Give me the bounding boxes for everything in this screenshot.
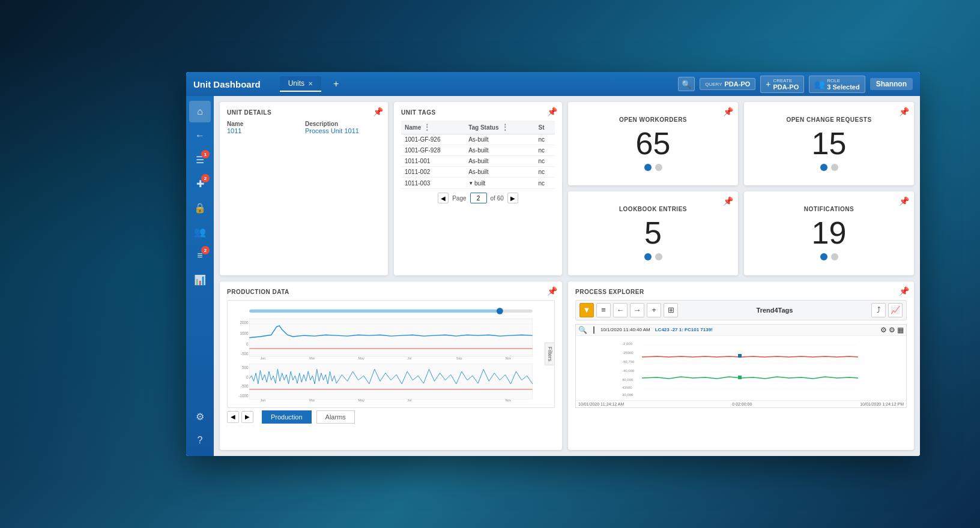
title-bar-actions: 🔍 QUERY PDA-PO + CREATE PDA-PO 👥 ROLE 3 …	[678, 76, 913, 93]
tag-name: 1011-002	[401, 167, 465, 178]
chart-next-button[interactable]: ▶	[241, 411, 253, 423]
role-button[interactable]: 👥 ROLE 3 Selected	[809, 76, 865, 93]
table-row[interactable]: 1011-002 As-built nc	[401, 167, 555, 178]
tags-table: Name ⋮ Tag Status ⋮	[401, 121, 555, 189]
pe-toolbar: ▼ ≡ ← → + ⊞ Trend4Tags ⤴ 📈	[575, 300, 907, 320]
lookbook-entries-count: 5	[644, 217, 662, 248]
sidebar-item-users[interactable]: 👥	[189, 221, 211, 242]
pe-settings-icon[interactable]: ⚙	[880, 326, 887, 334]
pe-tag-button[interactable]: ▼	[579, 303, 594, 317]
page-prev-button[interactable]: ◀	[438, 193, 449, 203]
tab-new-button[interactable]: +	[328, 77, 343, 91]
lock-icon: 🔒	[194, 202, 206, 214]
chart-prev-button[interactable]: ◀	[227, 411, 239, 423]
pe-menu-button[interactable]: ≡	[596, 303, 611, 317]
table-row[interactable]: 1011-001 As-built nc	[401, 156, 555, 167]
page-next-button[interactable]: ▶	[507, 193, 518, 203]
tab-units[interactable]: Units ✕	[280, 76, 321, 92]
lookbook-entries-card: 📌 LOOKBOOK ENTRIES 5	[568, 191, 738, 275]
pe-chart-type-button[interactable]: 📈	[888, 303, 903, 317]
tag-st: nc	[535, 178, 555, 189]
svg-text:May: May	[358, 356, 365, 360]
tag-status: ▼ built	[465, 178, 534, 189]
ocr-pin[interactable]: 📌	[899, 107, 909, 116]
tag-st: nc	[535, 145, 555, 156]
process-explorer-card: 📌 PROCESS EXPLORER ▼ ≡ ← → + ⊞ Trend4Tag…	[568, 281, 914, 451]
sidebar-item-person[interactable]: ✚ 2	[189, 173, 211, 194]
table-row[interactable]: 1011-003 ▼ built nc	[401, 178, 555, 189]
tag-status: As-built	[465, 156, 534, 167]
pe-x-start: 10/01/2020 11:24:12 AM	[578, 402, 624, 406]
pe-share-button[interactable]: ⤴	[871, 303, 886, 317]
page-label: Page	[452, 195, 466, 202]
pe-columns-icon[interactable]: ▦	[897, 326, 904, 334]
pe-gear-icon[interactable]: ⚙	[889, 326, 895, 334]
pe-grid-button[interactable]: ⊞	[664, 303, 678, 317]
pe-zoom-icon[interactable]: 🔍	[578, 326, 587, 334]
svg-text:Mar: Mar	[309, 356, 315, 360]
create-pda-po-button[interactable]: + CREATE PDA-PO	[760, 76, 804, 93]
table-row[interactable]: 1001-GF-926 As-built nc	[401, 134, 555, 145]
app-title: Unit Dashboard	[193, 79, 261, 89]
desc-value: Process Unit 1011	[305, 127, 381, 134]
le-dot-inactive	[655, 253, 662, 260]
user-button[interactable]: Shannon	[870, 78, 913, 90]
table-row[interactable]: 1001-GF-928 As-built nc	[401, 145, 555, 156]
pe-chart-title: Trend4Tags	[680, 307, 869, 314]
sidebar-bottom: ⚙ ?	[189, 406, 211, 451]
create-label: CREATE	[773, 78, 799, 83]
chart-bottom: ◀ ▶ Production Alarms	[227, 410, 555, 424]
pe-back-button[interactable]: ←	[613, 303, 628, 317]
pe-x-end: 10/01/2020 1:24:12 PM	[860, 402, 904, 406]
tab-production[interactable]: Production	[262, 410, 312, 424]
svg-rect-43	[738, 354, 742, 358]
le-pin[interactable]: 📌	[723, 196, 733, 206]
svg-rect-1	[249, 309, 500, 312]
sidebar-item-back[interactable]: ←	[189, 125, 211, 146]
tags-scroll[interactable]: Name ⋮ Tag Status ⋮	[401, 121, 555, 189]
unit-tags-title: UNIT TAGS	[401, 109, 555, 116]
tab-units-close[interactable]: ✕	[308, 80, 313, 87]
back-icon: ←	[195, 130, 205, 141]
le-dot-active	[644, 253, 652, 260]
list-badge: 1	[201, 150, 210, 158]
search-button[interactable]: 🔍	[678, 77, 695, 91]
tab-alarms[interactable]: Alarms	[316, 410, 355, 424]
help-icon: ?	[198, 435, 203, 446]
svg-text:Mar: Mar	[309, 398, 315, 401]
tag-st: nc	[535, 156, 555, 167]
svg-text:-2,000: -2,000	[622, 342, 633, 346]
users-icon: 👥	[194, 226, 206, 238]
main-content: 📌 UNIT DETAILS Name 1011 Description Pro…	[214, 96, 920, 456]
notif-pin[interactable]: 📌	[899, 196, 909, 206]
sidebar-item-settings[interactable]: ⚙	[189, 406, 211, 427]
tagstatus-col-menu[interactable]: ⋮	[501, 123, 509, 131]
pe-pin[interactable]: 📌	[899, 286, 909, 296]
prod-pin[interactable]: 📌	[547, 286, 557, 296]
le-dots	[644, 253, 662, 260]
tags-tbody: 1001-GF-926 As-built nc 1001-GF-928 As-b…	[401, 134, 555, 189]
svg-text:Jul: Jul	[407, 356, 411, 360]
ow-pin[interactable]: 📌	[723, 107, 733, 116]
query-pda-po-button[interactable]: QUERY PDA-PO	[700, 78, 755, 90]
pe-x-mid: 0 02:00:00	[732, 402, 752, 406]
sidebar-item-help[interactable]: ?	[189, 430, 211, 451]
filters-label[interactable]: Filters	[545, 342, 555, 365]
create-value: PDA-PO	[773, 83, 799, 91]
tag-name: 1011-001	[401, 156, 465, 167]
sidebar-item-list2[interactable]: ≡ 2	[189, 245, 211, 266]
sidebar-item-lock[interactable]: 🔒	[189, 197, 211, 218]
pe-add-button[interactable]: +	[647, 303, 661, 317]
page-input[interactable]	[470, 193, 487, 203]
unit-details-pin[interactable]: 📌	[373, 107, 383, 116]
sidebar-item-list[interactable]: ☰ 1	[189, 149, 211, 170]
unit-tags-pin[interactable]: 📌	[547, 107, 557, 116]
open-change-requests-count: 15	[812, 128, 847, 159]
ocr-dot-active	[820, 164, 827, 171]
name-col-menu[interactable]: ⋮	[423, 123, 431, 131]
svg-text:0: 0	[246, 342, 249, 346]
sidebar-item-home[interactable]: ⌂	[189, 101, 211, 122]
pe-forward-button[interactable]: →	[630, 303, 644, 317]
svg-text:-35000: -35000	[622, 351, 634, 355]
sidebar-item-analytics[interactable]: 📊	[189, 269, 211, 290]
